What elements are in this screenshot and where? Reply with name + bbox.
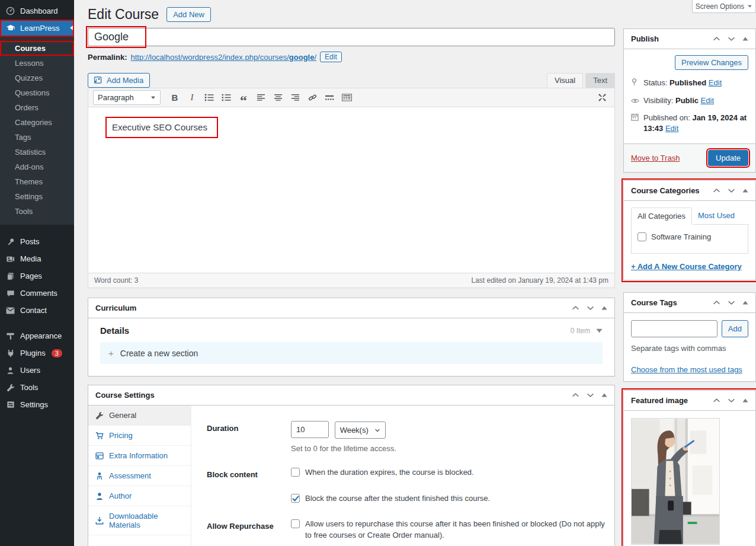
edit-visibility-link[interactable]: Edit <box>701 96 714 105</box>
permalink-link[interactable]: http://localhost/wordpress2/index.php/co… <box>130 53 316 62</box>
add-new-category-link[interactable]: + Add A New Course Category <box>631 262 742 271</box>
italic-button[interactable]: I <box>184 90 200 105</box>
read-more-tag-button[interactable] <box>322 90 337 105</box>
move-to-trash-link[interactable]: Move to Trash <box>631 154 680 162</box>
sidebar-item-courses[interactable]: Courses <box>0 41 74 56</box>
duration-input[interactable] <box>291 421 329 438</box>
editor-content-area[interactable]: Executive SEO Courses <box>88 107 614 273</box>
edit-status-link[interactable]: Edit <box>709 78 722 87</box>
preview-changes-button[interactable]: Preview Changes <box>675 55 748 70</box>
block-expire-checkbox[interactable] <box>291 468 300 477</box>
sidebar-item-comments[interactable]: Comments <box>0 285 74 302</box>
status-pin-icon <box>631 78 639 89</box>
collapse-toggle-icon[interactable] <box>742 301 748 305</box>
update-button[interactable]: Update <box>708 150 748 166</box>
sidebar-item-pages[interactable]: Pages <box>0 267 74 285</box>
tab-general[interactable]: General <box>88 405 191 426</box>
move-down-icon[interactable] <box>587 305 594 311</box>
add-tag-button[interactable]: Add <box>722 320 748 337</box>
bold-button[interactable]: B <box>167 90 182 105</box>
sidebar-item-categories[interactable]: Categories <box>0 115 74 130</box>
sidebar-item-media[interactable]: Media <box>0 250 74 267</box>
tab-extra-information[interactable]: Extra Information <box>88 446 191 466</box>
sidebar-item-contact[interactable]: Contact <box>0 302 74 319</box>
sidebar-item-plugins[interactable]: Plugins 3 <box>0 344 74 362</box>
align-left-button[interactable] <box>253 90 268 105</box>
editor-status-bar: Word count: 3 Last edited on January 19,… <box>88 273 614 288</box>
add-media-button[interactable]: Add Media <box>88 73 150 88</box>
sidebar-item-orders[interactable]: Orders <box>0 100 74 115</box>
edit-permalink-button[interactable]: Edit <box>320 52 342 62</box>
sidebar-item-statistics[interactable]: Statistics <box>0 145 74 159</box>
sidebar-item-posts[interactable]: Posts <box>0 233 74 250</box>
tab-most-used[interactable]: Most Used <box>692 207 741 225</box>
paragraph-format-select[interactable]: Paragraph <box>93 90 161 105</box>
align-center-button[interactable] <box>270 90 286 105</box>
collapse-toggle-icon[interactable] <box>601 393 607 397</box>
sidebar-item-lessons[interactable]: Lessons <box>0 56 74 71</box>
move-up-icon[interactable] <box>572 305 579 311</box>
sidebar-item-label: Contact <box>20 306 47 315</box>
choose-most-used-tags-link[interactable]: Choose from the most used tags <box>631 365 742 374</box>
move-up-icon[interactable] <box>713 398 720 403</box>
tab-pricing[interactable]: Pricing <box>88 426 191 446</box>
bullet-list-button[interactable] <box>201 90 217 105</box>
tab-visual[interactable]: Visual <box>547 73 583 88</box>
sidebar-item-settings[interactable]: Settings <box>0 396 74 413</box>
tab-all-categories[interactable]: All Categories <box>631 207 692 225</box>
sidebar-item-tags[interactable]: Tags <box>0 130 74 145</box>
tab-author[interactable]: Author <box>88 486 191 506</box>
numbered-list-button[interactable] <box>219 90 234 105</box>
sidebar-item-settings-lp[interactable]: Settings <box>0 189 74 204</box>
allow-repurchase-checkbox[interactable] <box>291 519 300 528</box>
course-title-input[interactable] <box>88 28 615 46</box>
calendar-icon <box>631 113 639 124</box>
create-new-section-button[interactable]: + Create a new section <box>100 342 603 364</box>
move-up-icon[interactable] <box>713 188 720 193</box>
sidebar-item-label: Dashboard <box>20 7 58 15</box>
add-new-button[interactable]: Add New <box>166 7 211 22</box>
sidebar-item-users[interactable]: Users <box>0 362 74 379</box>
blockquote-button[interactable]: “ <box>236 90 251 105</box>
sidebar-item-dashboard[interactable]: Dashboard <box>0 2 74 20</box>
move-down-icon[interactable] <box>728 188 735 193</box>
duration-help-text: Set to 0 for the lifetime access. <box>291 444 606 453</box>
align-right-button[interactable] <box>287 90 303 105</box>
tab-downloadable-materials[interactable]: Downloadable Materials <box>88 506 191 535</box>
curriculum-body: Details 0 Item + Create a new section <box>88 318 614 376</box>
new-tag-input[interactable] <box>631 320 717 337</box>
sidebar-item-appearance[interactable]: Appearance <box>0 327 74 344</box>
section-collapse-icon[interactable] <box>596 328 603 333</box>
collapse-toggle-icon[interactable] <box>742 37 748 41</box>
sidebar-item-themes[interactable]: Themes <box>0 174 74 189</box>
sidebar-item-quizzes[interactable]: Quizzes <box>0 71 74 85</box>
move-up-icon[interactable] <box>713 300 720 305</box>
edit-published-link[interactable]: Edit <box>665 124 678 133</box>
sidebar-item-questions[interactable]: Questions <box>0 85 74 100</box>
move-down-icon[interactable] <box>587 392 594 398</box>
toolbar-toggle-button[interactable] <box>339 90 354 105</box>
sidebar-item-tools-lp[interactable]: Tools <box>0 204 74 219</box>
move-down-icon[interactable] <box>728 300 735 305</box>
sidebar-item-addons[interactable]: Add-ons <box>0 159 74 174</box>
featured-image-thumbnail[interactable] <box>631 418 720 545</box>
move-up-icon[interactable] <box>572 392 579 398</box>
tab-assessment[interactable]: Assessment <box>88 466 191 486</box>
collapse-toggle-icon[interactable] <box>742 189 748 193</box>
status-label: Status: <box>643 78 667 87</box>
sidebar-item-tools[interactable]: Tools <box>0 379 74 396</box>
block-finished-checkbox[interactable] <box>291 494 300 503</box>
collapse-toggle-icon[interactable] <box>601 306 607 310</box>
publish-title: Publish <box>631 34 659 43</box>
fullscreen-icon[interactable] <box>594 90 610 105</box>
move-up-icon[interactable] <box>713 36 720 41</box>
move-down-icon[interactable] <box>728 36 735 41</box>
software-training-checkbox[interactable] <box>638 232 646 241</box>
move-down-icon[interactable] <box>728 398 735 403</box>
sidebar-item-learnpress[interactable]: LearnPress <box>0 20 74 37</box>
tab-text[interactable]: Text <box>585 73 615 88</box>
collapse-toggle-icon[interactable] <box>742 398 748 403</box>
duration-unit-select[interactable]: Week(s) <box>335 422 386 439</box>
sidebar-item-label: Settings <box>20 400 48 409</box>
insert-link-button[interactable] <box>305 90 320 105</box>
